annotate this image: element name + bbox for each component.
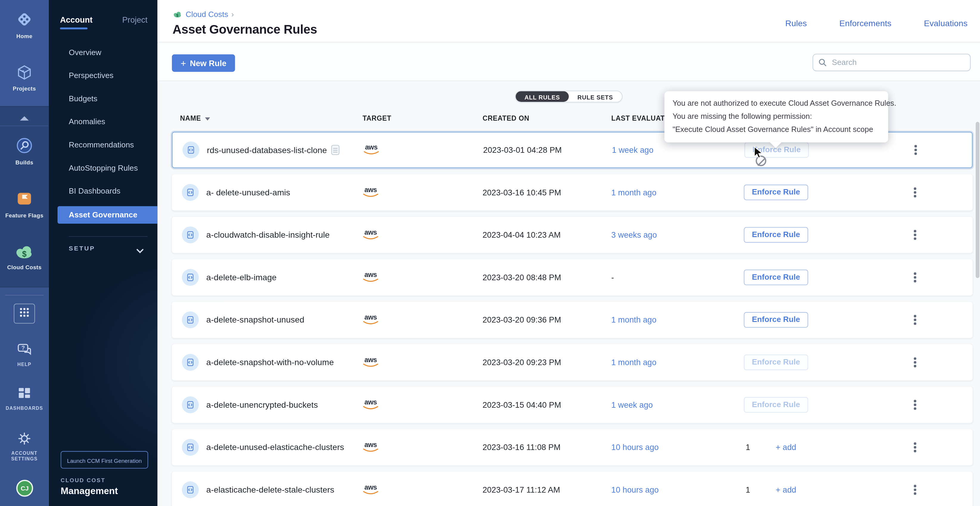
row-menu-kebab-icon[interactable] xyxy=(909,483,921,497)
svg-text:?: ? xyxy=(21,345,25,351)
breadcrumb-cloud-costs-link[interactable]: Cloud Costs xyxy=(186,10,228,19)
nav-item-bi-dashboards[interactable]: BI Dashboards xyxy=(49,180,158,203)
toggle-all-rules[interactable]: ALL RULES xyxy=(516,91,569,102)
add-enforcement-link[interactable]: + add xyxy=(776,443,796,452)
sidebar-item-help[interactable]: ? HELP xyxy=(0,343,49,368)
table-row[interactable]: a-cloudwatch-disable-insight-ruleaws2023… xyxy=(172,217,972,253)
setup-section-label[interactable]: SETUP xyxy=(69,245,95,252)
sidebar-item-account-settings[interactable]: ACCOUNT SETTINGS xyxy=(0,431,49,462)
row-menu-kebab-icon[interactable] xyxy=(909,228,921,242)
table-row[interactable]: a-delete-unused-elasticache-clustersaws2… xyxy=(172,429,972,465)
sort-caret-icon[interactable] xyxy=(205,117,210,120)
vertical-scrollbar[interactable] xyxy=(976,122,980,278)
row-menu-kebab-icon[interactable] xyxy=(909,186,921,199)
row-menu-kebab-icon[interactable] xyxy=(909,270,921,284)
last-evaluation[interactable]: 1 month ago xyxy=(611,188,657,197)
rule-name[interactable]: a-delete-unused-elasticache-clusters xyxy=(206,443,344,452)
add-enforcement-link[interactable]: + add xyxy=(776,485,796,494)
main-content: $ Cloud Costs › Asset Governance Rules R… xyxy=(158,0,980,506)
rule-name[interactable]: a-delete-unencrypted-buckets xyxy=(206,400,318,409)
sidebar-item-builds[interactable]: Builds xyxy=(0,136,49,166)
user-avatar[interactable]: CJ xyxy=(16,480,33,497)
enforce-rule-button[interactable]: Enforce Rule xyxy=(744,227,808,243)
last-evaluation[interactable]: 3 weeks ago xyxy=(611,230,657,240)
nav-item-anomalies[interactable]: Anomalies xyxy=(49,111,158,134)
created-on: 2023-03-20 09:36 PM xyxy=(482,315,561,324)
created-on: 2023-03-20 09:23 PM xyxy=(482,358,561,367)
rule-name[interactable]: a-cloudwatch-disable-insight-rule xyxy=(206,230,329,240)
row-menu-kebab-icon[interactable] xyxy=(909,355,921,369)
table-row[interactable]: a-delete-unencrypted-bucketsaws2023-03-1… xyxy=(172,387,972,423)
nav-item-budgets[interactable]: Budgets xyxy=(49,87,158,111)
table-row[interactable]: a-delete-elb-imageaws2023-03-20 08:48 PM… xyxy=(172,259,972,296)
rule-name[interactable]: a-delete-snapshot-with-no-volume xyxy=(206,358,334,367)
last-evaluation[interactable]: 1 month ago xyxy=(611,315,657,324)
rule-name[interactable]: a-elasticache-delete-stale-clusters xyxy=(206,485,334,494)
row-menu-kebab-icon[interactable] xyxy=(910,143,921,157)
rule-name[interactable]: a-delete-elb-image xyxy=(206,273,277,282)
sidebar-item-home[interactable]: Home xyxy=(0,10,49,40)
setup-divider xyxy=(69,236,148,237)
nav-list: Overview Perspectives Budgets Anomalies … xyxy=(49,41,158,226)
rules-table-body: rds-unused-databases-list-cloneaws2023-0… xyxy=(172,132,972,506)
last-evaluation[interactable]: 10 hours ago xyxy=(611,443,659,452)
header-link-evaluations[interactable]: Evaluations xyxy=(924,19,967,28)
last-evaluation[interactable]: 10 hours ago xyxy=(611,485,659,494)
rule-name[interactable]: a-delete-snapshot-unused xyxy=(206,315,304,324)
rule-icon xyxy=(182,184,199,201)
last-evaluation[interactable]: 1 month ago xyxy=(611,358,657,367)
help-chat-icon: ? xyxy=(0,343,49,360)
enforce-rule-button[interactable]: Enforce Rule xyxy=(744,270,808,285)
nav-item-recommendations[interactable]: Recommendations xyxy=(49,134,158,157)
breadcrumb-separator: › xyxy=(231,10,234,19)
table-row[interactable]: a- delete-unused-amisaws2023-03-16 10:45… xyxy=(172,174,972,211)
chevron-down-icon[interactable] xyxy=(136,245,144,256)
tooltip-line: You are missing the following permission… xyxy=(673,110,880,123)
search-icon xyxy=(818,58,827,67)
row-menu-kebab-icon[interactable] xyxy=(909,441,921,454)
app-window: Home Projects Builds Feature Flags $ xyxy=(0,0,980,506)
table-row[interactable]: a-elasticache-delete-stale-clustersaws20… xyxy=(172,472,972,506)
launch-ccm-first-gen-button[interactable]: Launch CCM First Generation xyxy=(60,451,148,469)
tab-project[interactable]: Project xyxy=(122,15,148,24)
breadcrumb: $ Cloud Costs › xyxy=(172,10,234,19)
row-menu-kebab-icon[interactable] xyxy=(909,313,921,327)
sidebar-item-projects[interactable]: Projects xyxy=(0,64,49,92)
header-link-rules[interactable]: Rules xyxy=(786,19,807,28)
rule-name[interactable]: rds-unused-databases-list-clone xyxy=(207,145,339,155)
target-aws-logo: aws xyxy=(363,357,379,368)
last-evaluation[interactable]: 1 week ago xyxy=(612,145,654,155)
enforce-rule-button[interactable]: Enforce Rule xyxy=(744,185,808,200)
sidebar-item-label: DASHBOARDS xyxy=(0,405,49,412)
toolbar: + New Rule xyxy=(158,43,980,81)
sidebar-item-cloud-costs[interactable]: $ Cloud Costs xyxy=(0,244,49,270)
rule-icon xyxy=(182,311,199,328)
new-rule-button[interactable]: + New Rule xyxy=(172,54,235,72)
toggle-rule-sets[interactable]: RULE SETS xyxy=(569,91,622,102)
tab-account[interactable]: Account xyxy=(60,15,92,24)
column-header-name[interactable]: NAME xyxy=(180,114,210,122)
table-row[interactable]: a-delete-snapshot-with-no-volumeaws2023-… xyxy=(172,344,972,381)
module-picker-button[interactable] xyxy=(14,303,35,324)
rail-collapse-toggle[interactable] xyxy=(0,111,49,126)
enforce-rule-button[interactable]: Enforce Rule xyxy=(744,354,808,370)
sidebar-item-label: ACCOUNT SETTINGS xyxy=(0,450,49,462)
enforce-rule-button[interactable]: Enforce Rule xyxy=(744,312,808,328)
search-box[interactable] xyxy=(813,54,971,71)
last-evaluation[interactable]: 1 week ago xyxy=(611,400,653,409)
grid-icon xyxy=(19,307,30,320)
rule-name[interactable]: a- delete-unused-amis xyxy=(206,188,290,197)
nav-item-perspectives[interactable]: Perspectives xyxy=(49,64,158,87)
sidebar-item-feature-flags[interactable]: Feature Flags xyxy=(0,189,49,219)
enforce-rule-button[interactable]: Enforce Rule xyxy=(744,397,808,412)
nav-item-asset-governance[interactable]: Asset Governance xyxy=(57,206,158,224)
nav-item-autostopping-rules[interactable]: AutoStopping Rules xyxy=(49,157,158,180)
copy-rule-icon[interactable] xyxy=(331,145,339,155)
nav-item-overview[interactable]: Overview xyxy=(49,41,158,64)
row-menu-kebab-icon[interactable] xyxy=(909,398,921,412)
search-input[interactable] xyxy=(831,57,965,68)
sidebar-item-dashboards[interactable]: DASHBOARDS xyxy=(0,386,49,412)
table-row[interactable]: a-delete-snapshot-unusedaws2023-03-20 09… xyxy=(172,302,972,338)
header-link-enforcements[interactable]: Enforcements xyxy=(839,19,891,28)
created-on: 2023-03-17 11:12 AM xyxy=(482,485,560,494)
